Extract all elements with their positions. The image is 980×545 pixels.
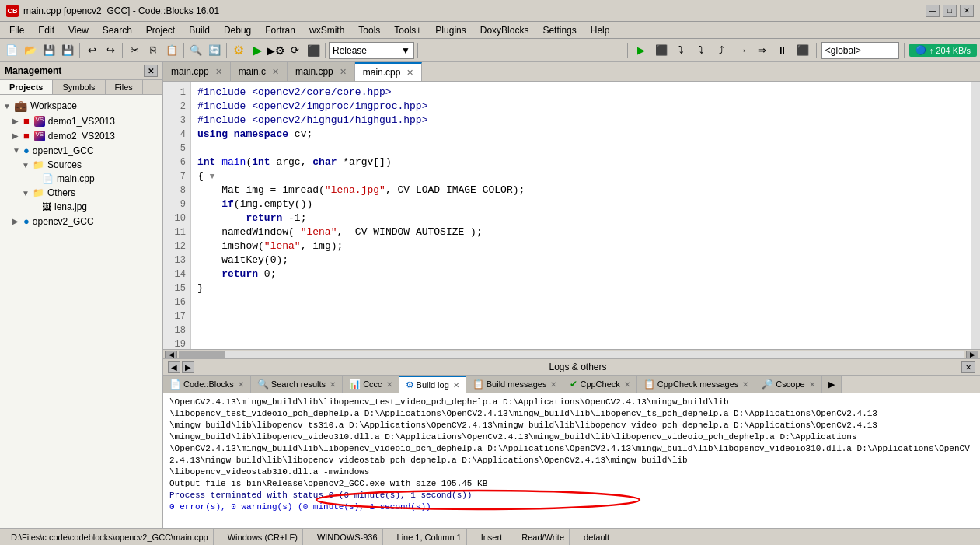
tree-opencv1[interactable]: ▼ ● opencv1_GCC xyxy=(0,143,162,158)
collapse-icon[interactable]: ▼ xyxy=(210,172,215,181)
copy-button[interactable]: ⎘ xyxy=(145,42,162,59)
menu-file[interactable]: File xyxy=(3,23,30,37)
tab-codeblocks-close[interactable]: ✕ xyxy=(238,380,244,389)
build-run-btn[interactable]: ▶⚙ xyxy=(267,42,284,59)
tab-codeblocks-icon: 📄 xyxy=(169,379,181,390)
save-button[interactable]: 💾 xyxy=(40,42,58,59)
tab-0[interactable]: main.cpp ✕ xyxy=(163,62,231,81)
tree-opencv2[interactable]: ▶ ● opencv2_GCC xyxy=(0,214,162,229)
status-rw: Read/Write xyxy=(517,529,570,545)
log-tab-cppcheck[interactable]: ✔ CppCheck ✕ xyxy=(563,376,636,393)
sidebar-close-button[interactable]: ✕ xyxy=(144,65,158,77)
h-scrollbar[interactable]: ◀ ▶ xyxy=(163,349,980,358)
tab-2-close[interactable]: ✕ xyxy=(340,67,347,77)
menu-toolsplus[interactable]: Tools+ xyxy=(388,23,427,37)
editor-scrollbar[interactable] xyxy=(971,82,980,349)
menu-debug[interactable]: Debug xyxy=(218,23,257,37)
build-config-dropdown[interactable]: Release ▼ xyxy=(329,42,414,59)
save-all-button[interactable]: 💾 xyxy=(59,42,76,59)
menu-settings[interactable]: Settings xyxy=(536,23,582,37)
tab-search-close[interactable]: ✕ xyxy=(330,380,336,389)
menu-help[interactable]: Help xyxy=(584,23,616,37)
menu-doxyblocks[interactable]: DoxyBlocks xyxy=(474,23,535,37)
minimize-button[interactable]: — xyxy=(926,5,940,17)
redo-button[interactable]: ↪ xyxy=(102,42,119,59)
tree-lena-jpg[interactable]: 🖼 lena.jpg xyxy=(0,200,162,214)
tab-symbols[interactable]: Symbols xyxy=(53,80,105,94)
tree-maincpp-sources[interactable]: 📄 main.cpp xyxy=(0,172,162,186)
scroll-left-btn[interactable]: ◀ xyxy=(165,351,177,358)
new-file-button[interactable]: 📄 xyxy=(3,42,20,59)
log-tab-cscope[interactable]: 🔎 Cscope ✕ xyxy=(755,376,821,393)
log-tab-search[interactable]: 🔍 Search results ✕ xyxy=(251,376,343,393)
tab-0-close[interactable]: ✕ xyxy=(215,67,222,77)
tree-others[interactable]: ▼ 📁 Others xyxy=(0,186,162,200)
undo-button[interactable]: ↩ xyxy=(83,42,100,59)
menu-view[interactable]: View xyxy=(62,23,95,37)
log-line-6: \libopencv_videostab310.dll.a -mwindows xyxy=(169,466,974,478)
log-tab-cppcheckmsg[interactable]: 📋 CppCheck messages ✕ xyxy=(637,376,756,393)
tree-sources[interactable]: ▼ 📁 Sources xyxy=(0,158,162,172)
menu-wxsmith[interactable]: wxSmith xyxy=(303,23,350,37)
tab-cccc-close[interactable]: ✕ xyxy=(386,380,392,389)
tab-buildmsg-close[interactable]: ✕ xyxy=(550,380,556,389)
log-tab-more[interactable]: ▶ xyxy=(822,376,842,393)
stop-btn[interactable]: ⬛ xyxy=(305,42,322,59)
debug-pause-btn[interactable]: ⏸ xyxy=(774,42,791,59)
log-close-btn[interactable]: ✕ xyxy=(961,361,975,373)
window-controls[interactable]: — □ ✕ xyxy=(926,5,974,17)
tab-1[interactable]: main.c ✕ xyxy=(231,62,288,81)
menu-build[interactable]: Build xyxy=(183,23,216,37)
log-prev-btn[interactable]: ◀ xyxy=(168,361,180,373)
run-btn[interactable]: ▶ xyxy=(249,42,266,59)
debug-stop2-btn[interactable]: ⬛ xyxy=(794,42,811,59)
tab-files[interactable]: Files xyxy=(106,80,143,94)
log-next-btn[interactable]: ▶ xyxy=(182,361,194,373)
tab-cscope-close[interactable]: ✕ xyxy=(809,380,815,389)
scroll-track[interactable] xyxy=(179,351,964,358)
replace-button[interactable]: 🔄 xyxy=(206,42,223,59)
menu-edit[interactable]: Edit xyxy=(32,23,61,37)
cut-button[interactable]: ✂ xyxy=(126,42,143,59)
debug-out-btn[interactable]: ⤴ xyxy=(713,42,731,59)
menu-project[interactable]: Project xyxy=(140,23,181,37)
tree-demo1[interactable]: ▶ ■ VS demo1_VS2013 xyxy=(0,114,162,128)
tab-buildlog-close[interactable]: ✕ xyxy=(453,381,459,390)
close-button[interactable]: ✕ xyxy=(960,5,974,17)
log-tab-codeblocks[interactable]: 📄 Code::Blocks ✕ xyxy=(163,376,251,393)
debug-next2-btn[interactable]: ⇒ xyxy=(754,42,771,59)
menu-tools[interactable]: Tools xyxy=(352,23,386,37)
debug-run-to-btn[interactable]: → xyxy=(734,42,751,59)
tab-2[interactable]: main.cpp ✕ xyxy=(288,62,355,81)
tree-workspace[interactable]: ▼ 💼 Workspace xyxy=(0,98,162,114)
paste-button[interactable]: 📋 xyxy=(163,42,180,59)
debug-start-btn[interactable]: ▶ xyxy=(633,42,650,59)
find-button[interactable]: 🔍 xyxy=(187,42,204,59)
tab-projects[interactable]: Projects xyxy=(0,80,53,94)
menu-fortran[interactable]: Fortran xyxy=(259,23,302,37)
debug-step-btn[interactable]: ⤵ xyxy=(693,42,710,59)
code-content[interactable]: #include <opencv2/core/core.hpp> #includ… xyxy=(191,82,971,349)
build-btn[interactable]: ⚙ xyxy=(230,42,247,59)
tab-cppcheck-close[interactable]: ✕ xyxy=(624,380,630,389)
tab-1-close[interactable]: ✕ xyxy=(272,67,279,77)
rebuild-btn[interactable]: ⟳ xyxy=(286,42,303,59)
status-mode: Insert xyxy=(476,529,508,545)
maximize-button[interactable]: □ xyxy=(943,5,957,17)
tab-cppcheckmsg-close[interactable]: ✕ xyxy=(742,380,748,389)
tab-3[interactable]: main.cpp ✕ xyxy=(355,62,423,81)
open-button[interactable]: 📂 xyxy=(22,42,39,59)
menu-plugins[interactable]: Plugins xyxy=(429,23,472,37)
debug-stop-btn[interactable]: ⬛ xyxy=(653,42,670,59)
tree-demo2[interactable]: ▶ ■ VS demo2_VS2013 xyxy=(0,128,162,143)
code-editor[interactable]: 1 2 3 4 5 6 7 8 9 10 11 12 13 14 15 16 1… xyxy=(163,82,980,349)
global-scope-dropdown[interactable]: <global> xyxy=(821,42,899,59)
debug-next-btn[interactable]: ⤵ xyxy=(673,42,690,59)
log-tab-buildlog[interactable]: ⚙ Build log ✕ xyxy=(399,376,466,393)
log-tab-buildmsg[interactable]: 📋 Build messages ✕ xyxy=(466,376,564,393)
tab-3-close[interactable]: ✕ xyxy=(406,68,413,78)
log-tab-cccc[interactable]: 📊 Cccc ✕ xyxy=(343,376,399,393)
scroll-right-btn[interactable]: ▶ xyxy=(966,351,978,358)
scroll-thumb[interactable] xyxy=(179,351,225,358)
menu-search[interactable]: Search xyxy=(96,23,138,37)
